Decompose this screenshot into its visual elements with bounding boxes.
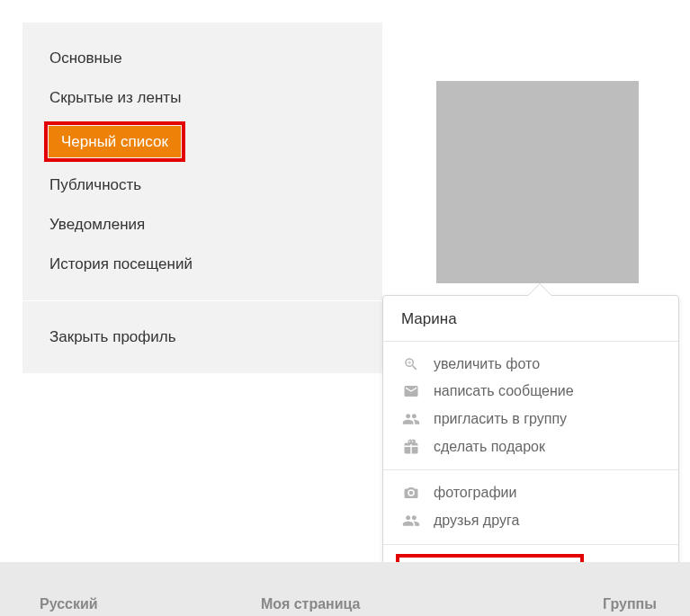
- sidebar-item-notifications[interactable]: Уведомления: [22, 205, 382, 245]
- friends-icon: [401, 512, 421, 530]
- link-mutual-friends[interactable]: друзья друга: [383, 506, 678, 535]
- sidebar-item-close-profile[interactable]: Закрыть профиль: [22, 317, 382, 357]
- footer-my-page[interactable]: Моя страница: [261, 596, 361, 612]
- zoom-icon: [401, 356, 421, 372]
- action-label: сделать подарок: [434, 439, 545, 455]
- sidebar-bottom-group: Закрыть профиль: [22, 301, 382, 373]
- sidebar-item-publicity[interactable]: Публичность: [22, 165, 382, 205]
- user-avatar-placeholder[interactable]: [436, 81, 639, 283]
- mail-icon: [401, 383, 421, 399]
- footer-language[interactable]: Русский: [40, 596, 98, 612]
- action-send-gift[interactable]: сделать подарок: [383, 433, 678, 460]
- action-label: увеличить фото: [434, 356, 540, 372]
- popover-links-group: фотографии друзья друга: [383, 470, 678, 545]
- sidebar-item-visit-history[interactable]: История посещений: [22, 245, 382, 284]
- camera-icon: [401, 485, 421, 501]
- sidebar-item-blacklist[interactable]: Черный список: [49, 126, 181, 158]
- gift-icon: [401, 439, 421, 455]
- action-label: пригласить в группу: [434, 411, 567, 427]
- popover-username[interactable]: Марина: [383, 296, 678, 342]
- popover-actions-group: увеличить фото написать сообщение пригла…: [383, 342, 678, 470]
- sidebar-main-group: Основные Скрытые из ленты Черный список …: [22, 22, 382, 300]
- blacklist-highlight-box: Черный список: [44, 121, 185, 163]
- sidebar-item-main[interactable]: Основные: [22, 39, 382, 78]
- link-photos[interactable]: фотографии: [383, 479, 678, 506]
- link-label: друзья друга: [434, 513, 519, 529]
- sidebar-item-hidden-feed[interactable]: Скрытые из ленты: [22, 78, 382, 118]
- action-invite-group[interactable]: пригласить в группу: [383, 405, 678, 433]
- action-label: написать сообщение: [434, 383, 574, 399]
- group-icon: [401, 410, 421, 428]
- action-zoom-photo[interactable]: увеличить фото: [383, 351, 678, 378]
- footer-groups[interactable]: Группы: [603, 596, 657, 612]
- action-send-message[interactable]: написать сообщение: [383, 378, 678, 405]
- settings-sidebar: Основные Скрытые из ленты Черный список …: [22, 22, 382, 373]
- user-popover: Марина увеличить фото написать сообщение…: [382, 295, 679, 604]
- link-label: фотографии: [434, 485, 516, 501]
